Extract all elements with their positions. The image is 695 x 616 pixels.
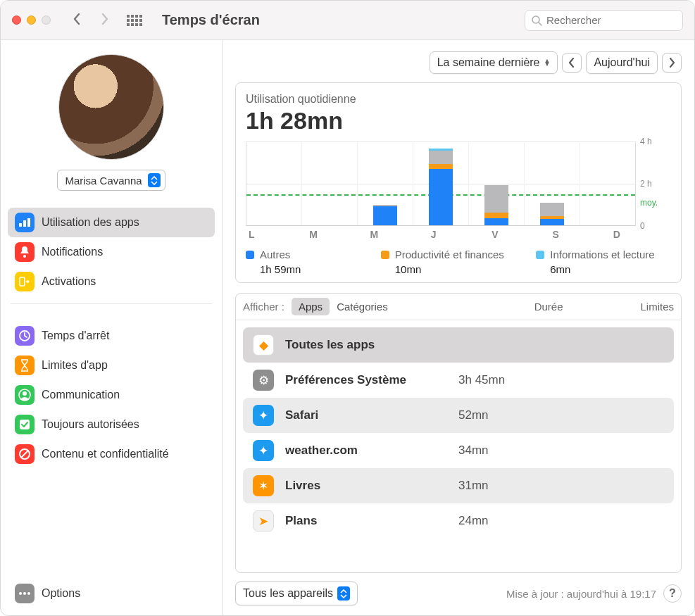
window-close-button[interactable]	[12, 15, 21, 25]
sidebar-item[interactable]: Notifications	[8, 237, 215, 267]
legend-swatch	[246, 251, 254, 259]
sidebar-item[interactable]: Contenu et confidentialité	[8, 439, 215, 469]
bar-segment	[484, 185, 508, 213]
chevron-left-icon	[72, 13, 82, 25]
sidebar-item-label: Toujours autorisées	[42, 418, 139, 431]
sidebar-item[interactable]: Communication	[8, 380, 215, 410]
app-icon: ✶	[253, 475, 274, 496]
search-input[interactable]	[546, 14, 677, 26]
app-name: Safari	[285, 408, 447, 422]
sidebar-item-label: Utilisation des apps	[42, 216, 139, 229]
today-button[interactable]: Aujourd'hui	[586, 51, 658, 74]
sidebar-item[interactable]: Temps d'arrêt	[8, 321, 215, 351]
user-selector[interactable]: Marisa Cavanna	[57, 170, 165, 191]
sidebar-item-label: Limites d'app	[42, 359, 108, 372]
legend-time: 10mn	[395, 263, 537, 275]
search-field[interactable]	[525, 10, 683, 31]
chart-column	[468, 142, 524, 225]
app-row[interactable]: ⚙Préférences Système3h 45mn	[243, 363, 674, 398]
sidebar-item[interactable]: Limites d'app	[8, 351, 215, 380]
bell-icon	[15, 242, 35, 262]
app-name: Livres	[285, 479, 447, 493]
apps-card: Afficher : Apps Catégories Durée Limites…	[235, 293, 682, 573]
legend-item: Informations et lecture6mn	[536, 249, 671, 275]
user-avatar	[58, 54, 164, 160]
chart-xaxis: LMMJVSD	[246, 229, 671, 240]
bar-segment	[484, 218, 508, 225]
legend-item: Productivité et finances10mn	[381, 249, 537, 275]
xtick-label: S	[549, 229, 610, 240]
app-duration: 31mn	[458, 479, 489, 493]
sidebar-item[interactable]: Activations	[8, 267, 215, 296]
device-selector[interactable]: Tous les appareils	[235, 582, 358, 605]
nav-back-button[interactable]	[66, 10, 87, 31]
bar-segment	[540, 219, 564, 225]
chart-column	[301, 142, 357, 225]
nav-forward-button[interactable]	[94, 10, 115, 31]
chart-column	[357, 142, 413, 225]
chart-column	[580, 142, 635, 225]
app-row[interactable]: ✶Livres31mn	[243, 468, 674, 503]
sidebar-item[interactable]: Toujours autorisées	[8, 410, 215, 439]
svg-point-9	[23, 391, 27, 396]
legend-swatch	[536, 251, 544, 259]
legend-time: 1h 59mn	[260, 263, 381, 275]
sidebar: Marisa Cavanna Utilisation des appsNotif…	[1, 40, 223, 615]
legend-time: 6mn	[550, 263, 671, 275]
check-icon	[15, 415, 35, 434]
device-selector-label: Tous les appareils	[243, 587, 333, 600]
date-range-selector[interactable]: La semaine dernière ▲▼	[430, 51, 558, 74]
tab-apps[interactable]: Apps	[292, 298, 330, 315]
hourglass-icon	[15, 356, 35, 375]
ytick-label: 4 h	[640, 137, 652, 146]
sidebar-item-options[interactable]: Options	[8, 579, 215, 608]
help-button[interactable]: ?	[663, 584, 682, 603]
app-name: Préférences Système	[285, 373, 447, 387]
search-icon	[531, 15, 542, 26]
bars-icon	[15, 213, 35, 232]
app-row[interactable]: ◆Toutes les apps	[243, 327, 674, 363]
svg-rect-4	[27, 218, 30, 227]
col-limits: Limites	[640, 301, 674, 313]
xtick-label: M	[368, 229, 428, 240]
show-label: Afficher :	[243, 301, 284, 313]
app-icon: ◆	[253, 334, 274, 356]
svg-point-15	[27, 592, 30, 595]
svg-line-1	[539, 23, 541, 25]
sidebar-item[interactable]: Utilisation des apps	[8, 208, 215, 237]
sidebar-item-label: Options	[42, 587, 80, 600]
bar-segment	[484, 213, 508, 218]
app-row[interactable]: ✦Safari52mn	[243, 398, 674, 433]
date-next-button[interactable]	[662, 53, 682, 73]
sidebar-item-label: Contenu et confidentialité	[42, 448, 169, 460]
sidebar-item-label: Communication	[42, 389, 120, 401]
chevron-left-icon	[568, 58, 575, 68]
svg-rect-6	[20, 277, 25, 286]
date-prev-button[interactable]	[562, 53, 582, 73]
app-duration: 34mn	[458, 444, 489, 458]
legend: Autres1h 59mnProductivité et finances10m…	[246, 249, 671, 275]
date-range-label: La semaine dernière	[437, 56, 540, 69]
legend-label: Productivité et finances	[395, 249, 504, 260]
chart-column	[524, 142, 580, 225]
xtick-label: M	[306, 229, 367, 240]
main-content: La semaine dernière ▲▼ Aujourd'hui Utili…	[223, 40, 694, 615]
legend-item: Autres1h 59mn	[246, 249, 381, 275]
usage-chart	[246, 142, 636, 226]
app-name: Toutes les apps	[285, 338, 447, 352]
app-row[interactable]: ➤Plans24mn	[243, 503, 674, 539]
all-prefs-grid-icon[interactable]	[127, 15, 142, 26]
bar-segment	[429, 164, 453, 169]
bar-segment	[540, 203, 564, 216]
svg-point-14	[23, 592, 26, 595]
tab-categories[interactable]: Catégories	[330, 298, 395, 315]
usage-title: Utilisation quotidienne	[246, 93, 671, 106]
chevron-right-icon	[100, 13, 110, 25]
chevron-right-icon	[668, 58, 675, 68]
updown-arrows-icon	[337, 586, 350, 601]
app-name: Plans	[285, 514, 447, 528]
xtick-label: L	[246, 229, 306, 240]
chart-column	[413, 142, 468, 225]
app-row[interactable]: ✦weather.com34mn	[243, 433, 674, 468]
window-minimize-button[interactable]	[27, 15, 36, 25]
